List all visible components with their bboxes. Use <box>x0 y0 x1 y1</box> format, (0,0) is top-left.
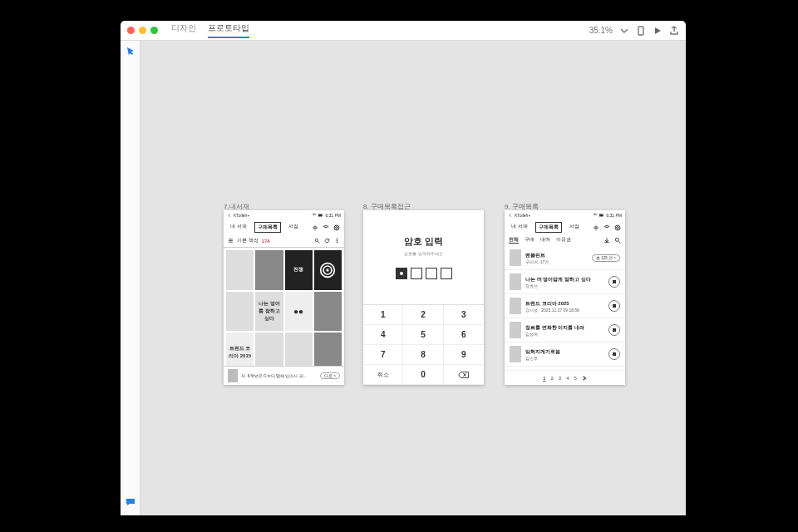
nav-store[interactable]: 서점 <box>567 222 582 233</box>
settings-gear-icon[interactable] <box>614 224 621 231</box>
menu-icon[interactable] <box>228 238 234 244</box>
download-button[interactable] <box>608 300 620 312</box>
filter-rental[interactable]: 대여 <box>540 237 550 244</box>
download-icon[interactable] <box>603 237 610 244</box>
nav-store[interactable]: 서점 <box>286 222 301 233</box>
svg-rect-14 <box>603 215 604 216</box>
key-2[interactable]: 2 <box>403 305 443 325</box>
page-2[interactable]: 2 <box>550 376 553 381</box>
shelf-name: 기본 책장 <box>237 237 259 244</box>
filter-purchase[interactable]: 구매 <box>525 237 534 244</box>
download-button[interactable] <box>608 324 620 336</box>
pointer-tool-icon[interactable] <box>126 46 135 56</box>
nav-my-library[interactable]: 내 서재 <box>228 222 249 233</box>
key-0[interactable]: 0 <box>403 365 443 385</box>
refresh-icon[interactable] <box>324 238 330 244</box>
series-count-pill[interactable]: 총 125 건 > <box>592 254 620 262</box>
item-meta: 구미쉬, 17건 <box>525 259 588 264</box>
page-3[interactable]: 3 <box>559 376 561 381</box>
artboard-purchase-list[interactable]: KTolleh+ 6:31 PM 내 서재 구매목록 서점 <box>505 210 625 385</box>
key-1[interactable]: 1 <box>363 305 403 325</box>
download-button[interactable] <box>608 348 620 360</box>
key-cancel[interactable]: 취소 <box>363 365 403 385</box>
page-4[interactable]: 4 <box>566 376 569 381</box>
key-5[interactable]: 5 <box>403 325 443 345</box>
nav-purchase-list[interactable]: 구매목록 <box>535 222 562 233</box>
brightness-icon[interactable] <box>593 224 599 231</box>
battery-icon <box>599 213 604 218</box>
minimize-icon[interactable] <box>139 27 146 34</box>
more-vertical-icon[interactable] <box>334 238 340 244</box>
app-window: 디자인 프로토타입 35.1% 7.내서재 <box>121 21 686 515</box>
wifi-icon[interactable] <box>323 224 329 231</box>
comments-icon[interactable] <box>126 497 135 509</box>
key-3[interactable]: 3 <box>444 305 484 325</box>
book-cover[interactable] <box>255 250 283 290</box>
svg-point-5 <box>334 225 339 230</box>
key-6[interactable]: 6 <box>444 325 484 345</box>
maximize-icon[interactable] <box>150 27 158 34</box>
book-cover[interactable]: ●● <box>285 292 313 332</box>
window-traffic-lights[interactable] <box>127 27 158 34</box>
item-meta: 장효선 <box>525 283 604 288</box>
tab-design[interactable]: 디자인 <box>171 22 196 38</box>
book-cover[interactable]: 나는 영어를 잘하고 싶다 <box>255 292 283 332</box>
continue-reading-bar[interactable]: 저. 6학년은 C부터 탭체 있어서 피... 다음 > <box>224 366 344 385</box>
page-next-icon[interactable] <box>582 376 587 381</box>
nav-my-library[interactable]: 내 서재 <box>509 222 530 233</box>
svg-point-7 <box>337 239 337 239</box>
wifi-icon[interactable] <box>603 224 610 231</box>
book-cover[interactable] <box>226 292 254 332</box>
wifi-icon <box>312 213 317 218</box>
tab-prototype[interactable]: 프로토타입 <box>208 22 249 38</box>
settings-gear-icon[interactable] <box>333 224 340 231</box>
brightness-icon[interactable] <box>312 224 318 231</box>
page-1[interactable]: 1 <box>543 376 545 381</box>
titlebar: 디자인 프로토타입 35.1% <box>121 21 686 41</box>
canvas[interactable]: 7.내서재 KTolleh+ 6:31 PM 내 서재 <box>140 41 686 515</box>
pin-boxes <box>396 268 452 279</box>
list-item[interactable]: 장르를 변화한 이지를 내려김성덕 <box>505 318 625 342</box>
svg-rect-2 <box>323 215 323 216</box>
filter-pass[interactable]: 이용권 <box>556 237 571 244</box>
top-nav: 내 서재 구매목록 서점 <box>505 220 625 234</box>
book-cover[interactable]: 전쟁 <box>285 250 313 290</box>
key-7[interactable]: 7 <box>363 345 403 365</box>
book-cover[interactable] <box>314 292 342 332</box>
book-grid: 전쟁 나는 영어를 잘하고 싶다 ●● 트렌드 코리아 2015 <box>224 248 344 372</box>
artboard-pin[interactable]: 암호 입력 암호를 입력해주세요 1 2 3 4 5 6 <box>363 210 484 385</box>
key-4[interactable]: 4 <box>363 325 403 345</box>
pin-digit <box>396 268 407 279</box>
target-icon <box>319 262 336 278</box>
book-thumb <box>510 346 521 362</box>
pin-title: 암호 입력 <box>404 235 443 248</box>
chevron-down-icon[interactable] <box>619 26 629 36</box>
book-cover[interactable] <box>314 250 342 290</box>
search-icon[interactable] <box>614 237 621 244</box>
continue-button[interactable]: 다음 > <box>320 372 340 379</box>
list-item[interactable]: 트렌드 코리아 2025강서성 · 2023.11.27 09:18:56 <box>505 294 625 318</box>
play-icon[interactable] <box>653 26 663 36</box>
continue-title: 저. 6학년은 C부터 탭체 있어서 피... <box>241 373 317 378</box>
list-item[interactable]: 나는 더 영어답게 말하고 싶다장효선 <box>505 270 625 294</box>
key-8[interactable]: 8 <box>403 345 443 365</box>
device-preview-icon[interactable] <box>636 26 646 36</box>
filter-all[interactable]: 전체 <box>509 237 519 244</box>
artboard-bookshelf[interactable]: KTolleh+ 6:31 PM 내 서재 구매목록 서점 <box>224 210 344 385</box>
key-backspace[interactable] <box>444 365 484 385</box>
download-button[interactable] <box>608 276 620 288</box>
svg-point-16 <box>617 226 619 229</box>
list-item[interactable]: 밴블린트구미쉬, 17건 총 125 건 > <box>505 246 625 270</box>
search-icon[interactable] <box>314 238 320 244</box>
page-5[interactable]: 5 <box>574 376 577 381</box>
svg-point-6 <box>315 239 318 242</box>
item-title: 나는 더 영어답게 말하고 싶다 <box>525 276 604 283</box>
list-item[interactable]: 잊혀지게가로봄김인후 <box>505 342 625 367</box>
nav-purchase-list[interactable]: 구매목록 <box>254 222 281 233</box>
share-icon[interactable] <box>669 26 679 36</box>
book-cover[interactable] <box>226 250 254 290</box>
close-icon[interactable] <box>127 27 135 34</box>
zoom-level[interactable]: 35.1% <box>589 26 613 35</box>
key-9[interactable]: 9 <box>444 345 484 365</box>
numeric-keypad: 1 2 3 4 5 6 7 8 9 취소 0 <box>363 304 484 385</box>
